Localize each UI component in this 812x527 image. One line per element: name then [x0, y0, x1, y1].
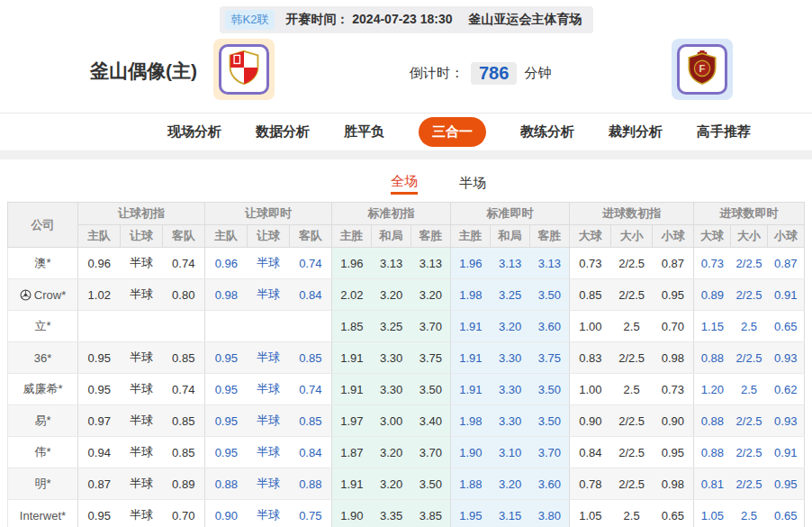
odds-cell: 3.13 — [530, 248, 570, 279]
away-team-crest-icon: F — [685, 49, 719, 90]
odds-cell: 0.85 — [163, 342, 205, 374]
odds-cell: 0.81 — [694, 468, 731, 500]
company-cell: 澳* — [8, 248, 78, 279]
odds-cell: 1.05 — [570, 500, 611, 527]
league-badge: 韩K2联 — [225, 10, 275, 30]
odds-cell: 3.75 — [411, 342, 451, 374]
odds-cell: 0.85 — [163, 405, 205, 437]
group-standard-live: 标准即时 — [451, 203, 570, 225]
odds-cell: 3.40 — [411, 405, 451, 437]
company-cell: Interwet* — [8, 500, 78, 527]
odds-cell: 半球 — [248, 500, 290, 527]
odds-cell: 0.84 — [570, 437, 611, 468]
col-header: 大球 — [570, 225, 611, 248]
odds-cell: 3.70 — [411, 437, 451, 468]
odds-cell: 半球 — [248, 279, 290, 311]
odds-cell: 0.85 — [290, 405, 332, 437]
odds-cell: 2.5 — [611, 500, 653, 527]
odds-cell: 0.85 — [570, 279, 611, 311]
odds-cell: 0.90 — [653, 405, 694, 437]
tab-referee-analysis[interactable]: 裁判分析 — [609, 123, 663, 141]
tab-three-in-one[interactable]: 三合一 — [419, 117, 486, 147]
odds-cell: 0.98 — [653, 342, 694, 374]
col-header: 大小 — [731, 225, 768, 248]
odds-cell: 0.78 — [570, 468, 611, 500]
odds-cell: 2/2.5 — [611, 405, 653, 437]
odds-cell: 0.98 — [205, 279, 248, 311]
odds-cell: 3.20 — [372, 437, 411, 468]
odds-cell: 0.90 — [570, 405, 611, 437]
odds-cell: 半球 — [248, 374, 290, 405]
kickoff-time: 2024-07-23 18:30 — [352, 12, 452, 26]
odds-cell — [121, 311, 163, 342]
odds-cell: 0.91 — [768, 279, 805, 311]
odds-cell: 半球 — [121, 437, 163, 468]
col-header: 主胜 — [451, 225, 491, 248]
table-row: 澳*0.96半球0.740.96半球0.741.963.133.131.963.… — [8, 248, 805, 279]
kickoff-label: 开赛时间： — [285, 12, 348, 26]
tab-win-draw-lose[interactable]: 胜平负 — [344, 123, 384, 141]
section-divider — [0, 150, 812, 159]
odds-cell: 2.02 — [332, 279, 372, 311]
odds-cell: 0.95 — [205, 342, 248, 374]
subtab-full-match[interactable]: 全场 — [391, 171, 418, 195]
odds-cell: 1.87 — [332, 437, 372, 468]
odds-cell: 3.20 — [372, 468, 411, 500]
tab-live-analysis[interactable]: 现场分析 — [167, 123, 221, 141]
col-header: 和局 — [491, 225, 530, 248]
odds-cell: 1.97 — [332, 405, 372, 437]
odds-cell: 2.5 — [731, 311, 768, 342]
odds-cell: 0.73 — [570, 248, 611, 279]
odds-cell: 1.98 — [451, 405, 491, 437]
company-cell: 易* — [8, 405, 78, 437]
odds-cell — [290, 311, 332, 342]
col-header: 主队 — [78, 225, 121, 248]
odds-cell: 3.25 — [491, 279, 530, 311]
odds-cell: 1.96 — [332, 248, 372, 279]
odds-cell: 0.95 — [205, 374, 248, 405]
home-team-badge — [213, 39, 275, 100]
away-team-badge-frame: F — [677, 44, 727, 95]
odds-cell: 0.88 — [205, 468, 248, 500]
odds-cell: 半球 — [121, 248, 163, 279]
odds-cell: 0.84 — [290, 437, 332, 468]
company-cell: Crow* — [8, 279, 78, 311]
odds-cell: 半球 — [248, 437, 290, 468]
company-cell: 伟* — [8, 437, 78, 468]
odds-cell: 2.5 — [731, 500, 768, 527]
odds-cell: 3.20 — [372, 279, 411, 311]
odds-cell: 0.84 — [290, 279, 332, 311]
odds-cell: 0.95 — [78, 500, 121, 527]
odds-cell: 0.88 — [694, 437, 731, 468]
odds-cell: 0.95 — [205, 405, 248, 437]
odds-cell: 0.62 — [768, 374, 805, 405]
odds-cell: 0.70 — [163, 500, 205, 527]
odds-cell: 1.15 — [694, 311, 731, 342]
odds-cell: 0.73 — [653, 374, 694, 405]
odds-cell: 2/2.5 — [611, 437, 653, 468]
odds-cell: 1.90 — [332, 500, 372, 527]
group-handicap-live: 让球即时 — [205, 203, 332, 225]
odds-cell: 0.95 — [653, 279, 694, 311]
table-row: 36*0.95半球0.850.95半球0.851.913.303.751.913… — [8, 342, 805, 374]
col-header: 小球 — [653, 225, 694, 248]
odds-cell: 0.95 — [78, 342, 121, 374]
tab-coach-analysis[interactable]: 教练分析 — [520, 123, 574, 141]
col-header: 小球 — [768, 225, 805, 248]
venue: 釜山亚运会主体育场 — [469, 12, 582, 26]
odds-cell: 0.96 — [205, 248, 248, 279]
odds-cell: 0.65 — [653, 500, 694, 527]
odds-cell: 1.05 — [694, 500, 731, 527]
odds-cell: 1.95 — [451, 500, 491, 527]
odds-cell: 0.95 — [768, 468, 805, 500]
odds-cell: 3.50 — [411, 374, 451, 405]
tab-expert-picks[interactable]: 高手推荐 — [697, 123, 751, 141]
subtab-half-match[interactable]: 半场 — [459, 171, 486, 195]
odds-cell: 3.20 — [411, 279, 451, 311]
odds-cell: 0.74 — [163, 248, 205, 279]
col-header: 客胜 — [411, 225, 451, 248]
odds-cell: 半球 — [121, 279, 163, 311]
tab-data-analysis[interactable]: 数据分析 — [256, 123, 310, 141]
odds-cell: 0.80 — [163, 279, 205, 311]
odds-cell: 2/2.5 — [611, 279, 653, 311]
